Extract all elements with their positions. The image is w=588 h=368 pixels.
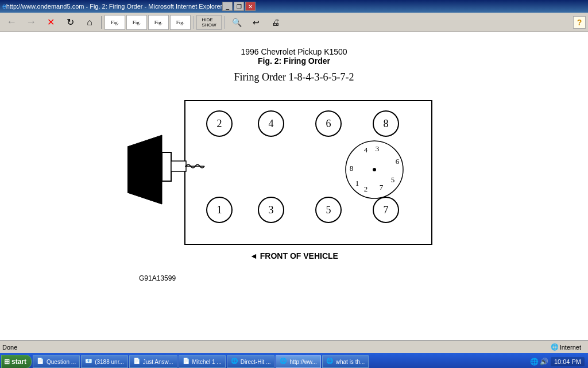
toolbar-separator-2 (193, 16, 194, 29)
page-title-line2: Fig. 2: Firing Order (241, 56, 347, 66)
firing-order-text: Firing Order 1-8-4-3-6-5-7-2 (93, 71, 495, 83)
taskbar-justanswer-button[interactable]: 📄 Just Answ... (129, 355, 177, 368)
taskbar-http-label: http://ww... (289, 359, 316, 365)
svg-point-18 (373, 168, 376, 171)
toolbar: ← → ✕ ↻ ⌂ Fig. Fig. Fig. Fig. HIDESHOW 🔍… (0, 13, 588, 32)
volume-tray-icon: 🔊 (540, 358, 548, 366)
svg-rect-28 (171, 161, 186, 171)
diagram-area: Firing Order 1-8-4-3-6-5-7-2 2 4 6 8 (93, 71, 495, 282)
page-title-area: 1996 Chevrolet Pickup K1500 Fig. 2: Firi… (241, 40, 347, 71)
svg-text:1: 1 (217, 204, 222, 216)
taskbar-directhit-label: Direct-Hit ... (241, 359, 271, 365)
home-button[interactable]: ⌂ (80, 14, 99, 30)
titlebar-icon: e (2, 2, 6, 10)
taskbar-email-icon: 📧 (85, 358, 93, 366)
page-title-line1: 1996 Chevrolet Pickup K1500 (241, 47, 347, 56)
titlebar-title: http://www.ondemand5.com - Fig. 2: Firin… (6, 3, 223, 10)
help-button[interactable]: ? (573, 16, 586, 29)
taskbar-justanswer-label: Just Answ... (143, 359, 173, 365)
stop-button[interactable]: ✕ (41, 14, 60, 30)
search-button[interactable]: 🔍 (227, 14, 246, 30)
taskbar-http-button[interactable]: 🌐 http://ww... (276, 355, 320, 368)
system-clock: 10:04 PM (551, 357, 585, 366)
svg-text:8: 8 (384, 118, 389, 129)
taskbar: ⊞ start 📄 Question ... 📧 (3188 unr... 📄 … (0, 353, 588, 368)
taskbar-http-icon: 🌐 (280, 358, 288, 366)
network-tray-icon: 🌐 (530, 358, 539, 366)
discuss-button[interactable]: ↩ (247, 14, 265, 30)
taskbar-right: 🌐 🔊 10:04 PM (530, 357, 585, 366)
svg-text:8: 8 (350, 164, 354, 172)
svg-marker-31 (127, 141, 145, 198)
taskbar-question-button[interactable]: 📄 Question ... (33, 355, 80, 368)
internet-icon: 🌐 (551, 343, 559, 351)
tray-icons: 🌐 🔊 (530, 358, 548, 366)
fig-button-3[interactable]: Fig. (148, 15, 169, 30)
titlebar-buttons: _ ❐ ✕ (222, 2, 256, 11)
back-button[interactable]: ← (2, 14, 21, 30)
diagram-attribution: G91A13599 (139, 274, 495, 282)
taskbar-whatis-icon: 🌐 (326, 358, 334, 366)
svg-text:2: 2 (217, 118, 222, 129)
toolbar-separator (101, 16, 102, 29)
taskbar-whatis-label: what is th... (336, 359, 365, 365)
svg-text:7: 7 (380, 183, 384, 191)
svg-text:4: 4 (269, 118, 274, 129)
taskbar-justanswer-icon: 📄 (133, 358, 141, 366)
titlebar: e http://www.ondemand5.com - Fig. 2: Fir… (0, 0, 588, 13)
taskbar-directhit-icon: 🌐 (231, 358, 239, 366)
status-text: Done (2, 344, 551, 351)
taskbar-directhit-button[interactable]: 🌐 Direct-Hit ... (227, 355, 275, 368)
forward-button[interactable]: → (22, 14, 40, 30)
start-label: start (11, 358, 26, 366)
svg-text:6: 6 (396, 157, 400, 166)
firing-order-diagram: 2 4 6 8 1 3 5 (127, 89, 461, 273)
svg-marker-30 (145, 135, 162, 204)
fig-button-2[interactable]: Fig. (126, 15, 147, 30)
taskbar-whatis-button[interactable]: 🌐 what is th... (322, 355, 369, 368)
svg-text:5: 5 (326, 204, 331, 216)
status-internet: 🌐 Internet (551, 343, 581, 351)
svg-text:1: 1 (355, 179, 359, 187)
svg-rect-27 (162, 152, 171, 181)
svg-text:3: 3 (376, 144, 380, 153)
svg-text:◄ FRONT OF VEHICLE: ◄ FRONT OF VEHICLE (250, 251, 338, 260)
hide-show-button[interactable]: HIDESHOW (196, 15, 222, 30)
taskbar-email-label: (3188 unr... (95, 359, 124, 365)
start-button[interactable]: ⊞ start (1, 355, 32, 368)
toolbar-separator-3 (224, 16, 225, 29)
fig-button-4[interactable]: Fig. (170, 15, 191, 30)
svg-text:5: 5 (391, 175, 395, 184)
taskbar-mitchel-label: Mitchel 1 ... (192, 359, 222, 365)
svg-text:3: 3 (269, 204, 274, 216)
print-button[interactable]: 🖨 (266, 14, 285, 30)
internet-label: Internet (560, 344, 581, 351)
restore-button[interactable]: ❐ (234, 2, 244, 11)
refresh-button[interactable]: ↻ (61, 14, 79, 30)
svg-text:4: 4 (364, 145, 368, 154)
windows-logo-icon: ⊞ (4, 358, 10, 366)
taskbar-question-label: Question ... (47, 359, 76, 365)
statusbar: Done 🌐 Internet (0, 340, 588, 353)
svg-text:7: 7 (384, 204, 389, 216)
taskbar-mitchel-button[interactable]: 📄 Mitchel 1 ... (179, 355, 226, 368)
taskbar-question-icon: 📄 (37, 358, 45, 366)
svg-text:6: 6 (326, 118, 331, 129)
taskbar-email-button[interactable]: 📧 (3188 unr... (81, 355, 128, 368)
taskbar-mitchel-icon: 📄 (183, 358, 191, 366)
minimize-button[interactable]: _ (222, 2, 233, 11)
content-area: 1996 Chevrolet Pickup K1500 Fig. 2: Firi… (0, 32, 588, 340)
fig-button-1[interactable]: Fig. (105, 15, 125, 30)
close-button[interactable]: ✕ (245, 2, 256, 11)
svg-text:2: 2 (364, 185, 368, 193)
